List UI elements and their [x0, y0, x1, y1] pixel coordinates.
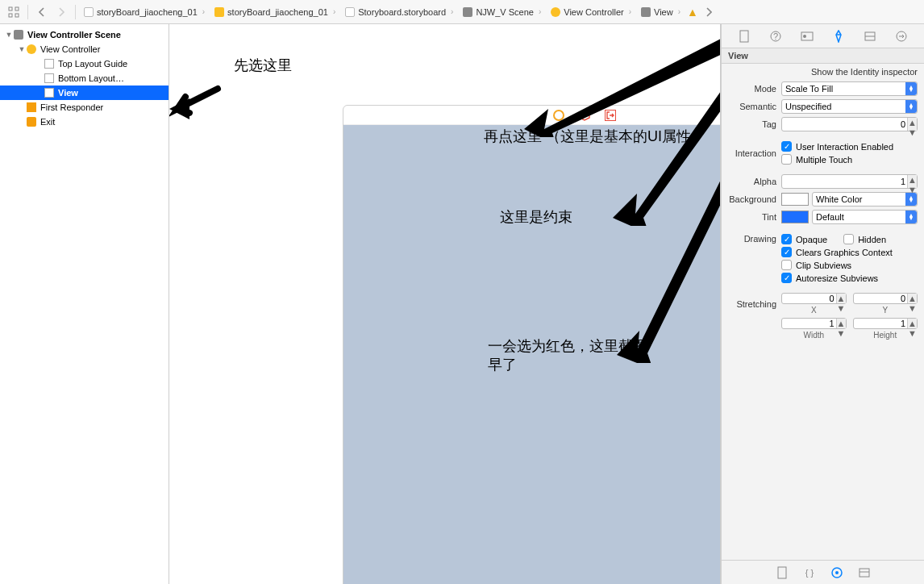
number-value: 0	[829, 294, 834, 303]
interaction-row: Interaction ✓ User Interaction Enabled M…	[728, 141, 918, 165]
connections-inspector-tab[interactable]	[893, 27, 910, 45]
outline-label: View	[58, 88, 164, 98]
object-library-tab[interactable]	[829, 565, 845, 581]
autoresize-subviews-checkbox[interactable]: ✓Autoresize Subviews	[781, 273, 918, 283]
checkbox-icon: ✓	[781, 247, 792, 257]
hidden-checkbox[interactable]: Hidden	[843, 234, 886, 244]
breadcrumb-folder[interactable]: storyBoard_jiaocheng_01 ›	[211, 3, 340, 21]
attributes-inspector-tab[interactable]	[830, 27, 847, 45]
checkbox-icon: ✓	[781, 273, 792, 283]
field-label: Tint	[728, 212, 776, 222]
svg-text:?: ?	[773, 31, 778, 41]
stretching-y-stepper[interactable]: 0▲▼	[853, 293, 918, 304]
drawing-row: Drawing ✓Opaque Hidden ✓Clears Graphics …	[728, 234, 918, 283]
outline-row-bottom-layout-guide[interactable]: Bottom Layout…	[0, 71, 169, 86]
outline-row-first-responder[interactable]: First Responder	[0, 100, 169, 115]
checkbox-icon	[781, 260, 792, 270]
file-template-library-tab[interactable]	[774, 565, 790, 581]
alpha-stepper[interactable]: 1 ▲▼	[781, 174, 918, 189]
interface-builder-canvas[interactable]: 先选这里 再点这里 （这里是基本的UI属性） 这里是约束 一会选为红色，这里截图…	[169, 24, 721, 584]
outline-row-exit[interactable]: Exit	[0, 115, 169, 129]
number-value: 0	[901, 119, 905, 129]
field-label: Mode	[728, 84, 776, 94]
stepper-arrows-icon[interactable]: ▲▼	[907, 175, 917, 188]
related-items-button[interactable]	[5, 3, 23, 21]
disclosure-triangle[interactable]: ▼	[5, 31, 13, 39]
background-color-well[interactable]	[781, 193, 809, 206]
checkbox-icon: ✓	[781, 234, 792, 244]
disclosure-triangle[interactable]: ▼	[18, 45, 26, 53]
semantic-popup[interactable]: Unspecified ▲▼	[781, 99, 918, 114]
outline-row-viewcontroller[interactable]: ▼ View Controller	[0, 42, 169, 56]
outline-row-view[interactable]: View	[0, 86, 169, 100]
inspector-section-header: View	[722, 48, 924, 64]
number-value: 1	[829, 319, 834, 328]
number-value: 0	[901, 294, 905, 303]
inspector-tooltip-text: Show the Identity inspector	[722, 64, 924, 78]
checkbox-icon	[781, 154, 792, 165]
stretching-width-stepper[interactable]: 1▲▼	[781, 318, 847, 329]
forward-button[interactable]	[52, 3, 70, 21]
code-snippet-library-tab[interactable]: { }	[801, 565, 818, 581]
checkbox-label: Opaque	[796, 235, 827, 244]
jump-bar: storyBoard_jiaocheng_01 › storyBoard_jia…	[0, 0, 924, 24]
checkbox-label: Hidden	[858, 235, 886, 244]
size-inspector-tab[interactable]	[861, 27, 879, 45]
chevron-right-icon: ›	[676, 7, 682, 16]
back-button[interactable]	[33, 3, 51, 21]
number-value: 1	[901, 319, 905, 328]
mode-popup[interactable]: Scale To Fill ▲▼	[781, 81, 918, 96]
clip-subviews-checkbox[interactable]: Clip Subviews	[781, 260, 918, 270]
file-icon	[84, 7, 94, 17]
breadcrumb-storyboard[interactable]: Storyboard.storyboard ›	[342, 3, 458, 21]
quick-help-tab[interactable]: ?	[767, 27, 785, 45]
annotation-arrow-icon	[169, 81, 226, 121]
multiple-touch-checkbox[interactable]: Multiple Touch	[781, 154, 918, 165]
chevron-right-icon: ›	[449, 7, 455, 16]
outline-row-scene[interactable]: ▼ View Controller Scene	[0, 27, 169, 42]
view-icon	[641, 7, 651, 17]
clears-graphics-checkbox[interactable]: ✓Clears Graphics Context	[781, 247, 918, 257]
breadcrumb-view[interactable]: View ›	[638, 3, 685, 21]
identity-inspector-tab[interactable]	[798, 27, 816, 45]
updown-arrows-icon: ▲▼	[905, 82, 917, 95]
exit-icon	[26, 116, 37, 127]
tag-stepper[interactable]: 0 ▲▼	[781, 117, 918, 131]
svg-rect-1	[15, 7, 19, 10]
outline-body[interactable]: ▼ View Controller Scene ▼ View Controlle…	[0, 24, 169, 584]
checkbox-label: Clears Graphics Context	[796, 248, 893, 257]
viewcontroller-icon	[26, 44, 37, 55]
file-inspector-tab[interactable]	[735, 27, 753, 45]
background-row: Background White Color ▲▼	[728, 192, 918, 206]
stretching-x-stepper[interactable]: 0▲▼	[781, 293, 847, 304]
outline-row-top-layout-guide[interactable]: Top Layout Guide	[0, 56, 169, 71]
updown-arrows-icon: ▲▼	[905, 100, 917, 113]
breadcrumb-scene[interactable]: NJW_V Scene ›	[460, 3, 546, 21]
warning-icon[interactable]: ▲	[687, 6, 698, 19]
stepper-arrows-icon[interactable]: ▲▼	[907, 319, 917, 328]
tag-row: Tag 0 ▲▼	[728, 117, 918, 131]
layout-guide-icon	[44, 58, 55, 69]
stepper-arrows-icon[interactable]: ▲▼	[907, 118, 917, 131]
tint-popup[interactable]: Default ▲▼	[812, 210, 918, 224]
chevron-right-icon: ›	[537, 7, 543, 16]
tint-row: Tint Default ▲▼	[728, 210, 918, 224]
next-issue-button[interactable]	[700, 3, 718, 21]
breadcrumb-viewcontroller[interactable]: View Controller ›	[547, 3, 636, 21]
annotation-text: 先选这里	[234, 56, 292, 75]
media-library-tab[interactable]	[856, 565, 872, 581]
tint-color-well[interactable]	[781, 211, 809, 223]
user-interaction-checkbox[interactable]: ✓ User Interaction Enabled	[781, 141, 918, 152]
checkbox-icon	[843, 234, 854, 244]
checkbox-icon: ✓	[781, 141, 792, 152]
background-popup[interactable]: White Color ▲▼	[812, 192, 918, 206]
stepper-arrows-icon[interactable]: ▲▼	[836, 319, 846, 328]
opaque-checkbox[interactable]: ✓Opaque	[781, 234, 827, 244]
stepper-arrows-icon[interactable]: ▲▼	[907, 294, 917, 303]
svg-rect-21	[859, 569, 869, 577]
field-label: Stretching	[728, 299, 776, 309]
checkbox-label: Autoresize Subviews	[796, 273, 878, 283]
stretching-height-stepper[interactable]: 1▲▼	[853, 318, 918, 329]
breadcrumb-project[interactable]: storyBoard_jiaocheng_01 ›	[81, 3, 210, 21]
stepper-arrows-icon[interactable]: ▲▼	[836, 294, 846, 303]
